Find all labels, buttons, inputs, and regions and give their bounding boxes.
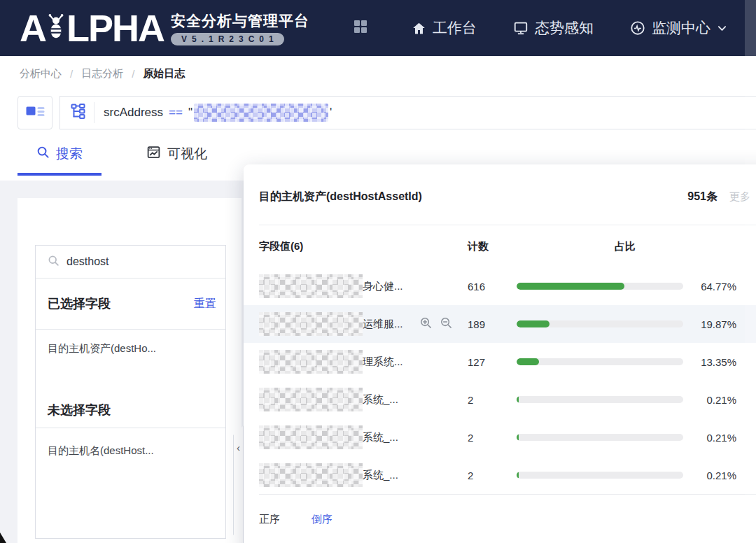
reset-link[interactable]: 重置 [194, 297, 216, 311]
nav-item-workbench[interactable]: 工作台 [412, 18, 477, 38]
chevron-left-icon: ‹ [237, 442, 240, 543]
filter-out-zoom-out-icon[interactable] [440, 317, 452, 331]
query-bar: srcAddress == " ' [0, 91, 756, 132]
breadcrumb-item[interactable]: 分析中心 [20, 67, 62, 80]
percent-value: 19.87% [683, 318, 736, 330]
field-value-label: 理系统... [363, 355, 403, 369]
breadcrumb-current: 原始日志 [143, 67, 185, 80]
percent-value: 0.21% [683, 394, 736, 406]
field-stats-popup: 目的主机资产(destHostAssetId) 951条 更多 字段值(6) 计… [244, 164, 756, 543]
bug-icon [46, 12, 66, 43]
query-quote-open: " [188, 106, 192, 120]
selected-fields-title: 已选择字段 [48, 295, 111, 312]
nav-item-situation[interactable]: 态势感知 [513, 18, 594, 38]
field-list-item[interactable]: 目的主机名(destHost... [48, 440, 225, 461]
nav-item-label: 监测中心 [652, 18, 710, 38]
breadcrumb-separator: / [70, 68, 73, 80]
query-expression: srcAddress == " ' [104, 104, 332, 122]
popup-header: 目的主机资产(destHostAssetId) 951条 更多 [244, 164, 756, 225]
percent-value: 13.35% [683, 356, 736, 368]
sort-descending-link[interactable]: 倒序 [312, 513, 332, 526]
shield-pulse-icon [630, 20, 645, 36]
percent-value: 64.77% [683, 281, 736, 292]
masked-value-mosaic [259, 463, 363, 487]
input-divider [94, 102, 94, 123]
breadcrumb-separator: / [132, 68, 134, 80]
logo-text-left: A [20, 9, 46, 47]
stats-row[interactable]: 系统_... 2 0.21% [244, 381, 756, 418]
logo-text-right: LPHA [66, 9, 164, 47]
count-value: 2 [468, 394, 517, 406]
active-tab-underline [18, 173, 102, 176]
count-value: 2 [468, 470, 517, 481]
column-header-ratio: 占比 [517, 240, 683, 253]
unselected-fields-title: 未选择字段 [48, 402, 111, 418]
stats-row[interactable]: 身心健... 616 64.77% [244, 267, 756, 305]
unselected-fields-header: 未选择字段 [36, 393, 225, 428]
stats-row[interactable]: 系统_... 2 0.21% [244, 418, 756, 456]
version-badge: V5.1R23C01 [171, 33, 284, 45]
monitor-icon [513, 20, 528, 36]
count-value: 189 [468, 318, 517, 330]
unselected-fields-list: 目的主机名(destHost... [36, 428, 225, 538]
masked-value-mosaic [259, 388, 363, 411]
chart-window-icon [146, 145, 161, 163]
query-quote-close: ' [330, 106, 332, 120]
nav-item-monitor-center[interactable]: 监测中心 [630, 18, 727, 38]
nav-item-label: 工作台 [433, 18, 477, 38]
count-value: 2 [468, 432, 517, 444]
breadcrumb-item[interactable]: 日志分析 [81, 67, 123, 80]
sidebar-collapse-handle[interactable]: ‹ [233, 425, 244, 543]
tab-visualization[interactable]: 可视化 [127, 132, 226, 176]
count-value: 127 [468, 356, 517, 368]
stats-row[interactable]: 理系统... 127 13.35% [244, 343, 756, 381]
platform-subtitle: 安全分析与管理平台 [171, 11, 309, 31]
tab-label: 可视化 [167, 145, 207, 163]
ratio-bar-track [517, 283, 683, 290]
search-query-input[interactable]: srcAddress == " ' [59, 96, 756, 129]
field-value-label: 系统_... [363, 469, 398, 482]
chevron-down-icon [717, 23, 727, 34]
list-view-icon [26, 104, 45, 121]
field-list-item[interactable]: 目的主机资产(destHo... [48, 338, 225, 359]
percent-value: 0.21% [683, 470, 736, 481]
tab-label: 搜索 [56, 145, 83, 163]
search-icon [36, 146, 50, 162]
main-nav: 工作台 态势感知 监测中心 [412, 18, 727, 38]
ratio-bar-fill [517, 472, 519, 479]
field-value-label: 身心健... [363, 280, 403, 293]
field-list-box: 已选择字段 重置 目的主机资产(destHo... 未选择字段 目的主机名(de… [35, 245, 226, 539]
search-icon [48, 255, 59, 269]
ratio-bar-track [517, 358, 683, 365]
masked-value-mosaic [259, 425, 363, 449]
apps-grid-icon[interactable] [353, 19, 368, 37]
column-view-button[interactable] [18, 96, 52, 129]
stats-column-headers: 字段值(6) 计数 占比 [244, 225, 756, 267]
stats-row[interactable]: 系统_... 2 0.21% [244, 456, 756, 494]
tab-search[interactable]: 搜索 [18, 132, 102, 176]
top-navbar: A LPHA 安全分析与管理平台 V5.1R23C01 [0, 0, 756, 56]
selected-fields-header: 已选择字段 重置 [36, 278, 225, 330]
field-value-label: 系统_... [363, 431, 398, 444]
count-value: 616 [468, 281, 517, 292]
field-search-input[interactable] [66, 255, 200, 268]
ratio-bar-track [517, 472, 683, 479]
fields-sidebar: 已选择字段 重置 目的主机资产(destHo... 未选择字段 目的主机名(de… [18, 198, 241, 543]
vertical-scrollbar[interactable] [745, 0, 756, 543]
field-tree-icon [69, 103, 86, 122]
drilldown-zoom-in-icon[interactable] [420, 317, 432, 331]
field-search-row [36, 246, 225, 278]
stats-row[interactable]: 运维服... 189 19.87% [244, 305, 756, 343]
field-value-label: 运维服... [363, 318, 403, 331]
sort-ascending-link[interactable]: 正序 [259, 513, 280, 526]
query-field: srcAddress [104, 106, 163, 120]
ratio-bar-fill [517, 283, 624, 290]
ratio-bar-fill [517, 320, 550, 327]
ratio-bar-fill [517, 358, 539, 365]
column-header-value: 字段值(6) [259, 240, 420, 253]
ratio-bar-fill [517, 396, 519, 403]
sort-footer: 正序 倒序 [244, 495, 756, 543]
breadcrumb: 分析中心 / 日志分析 / 原始日志 [0, 56, 756, 91]
ratio-bar-track [517, 396, 683, 403]
popup-title: 目的主机资产(destHostAssetId) [259, 190, 687, 204]
